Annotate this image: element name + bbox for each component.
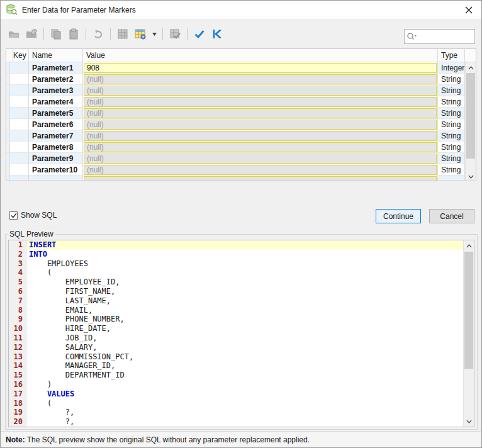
line-number: 10 (9, 324, 26, 333)
dropdown-caret-icon[interactable] (150, 26, 159, 42)
value-cell[interactable]: (null) (84, 86, 437, 96)
scroll-up-icon[interactable] (466, 62, 476, 73)
scroll-up-icon[interactable] (464, 240, 474, 251)
title-bar: Enter Data for Parameter Markers (1, 1, 481, 20)
name-cell: Parameter3 (29, 85, 83, 96)
key-cell (10, 142, 29, 153)
line-number: 17 (9, 389, 26, 399)
paste-icon (65, 26, 82, 42)
line-number: 4 (9, 268, 26, 277)
line-text: FIRST_NAME, (26, 287, 463, 296)
toolbar-separator (187, 28, 188, 40)
line-number: 18 (9, 399, 26, 408)
sql-vertical-scrollbar[interactable] (463, 240, 474, 427)
type-cell: String (438, 153, 465, 164)
value-cell-wrap: (null) (83, 96, 438, 108)
sql-preview-group: SQL Preview 1 INSERT 2 INTO 3 EMPLOYEES … (5, 234, 478, 430)
line-text: EMAIL, (26, 306, 463, 315)
name-cell: Parameter6 (29, 119, 83, 130)
key-cell (10, 74, 29, 85)
param-rows: Parameter1 908 Integer Parameter2 (null)… (6, 62, 465, 181)
line-number: 11 (9, 333, 26, 343)
line-number: 2 (9, 250, 26, 259)
type-cell: String (438, 74, 465, 85)
table-row: Parameter9 (null) String (6, 153, 465, 164)
table-row: Parameter10 (null) String (6, 164, 465, 176)
toolbar (6, 25, 225, 43)
sql-line: 15 DEPARTMENT_ID (9, 371, 463, 380)
line-number: 5 (9, 277, 26, 287)
table-row: Parameter6 (null) String (6, 119, 465, 130)
line-text: ) (26, 380, 463, 389)
value-cell[interactable]: (null) (84, 165, 437, 175)
value-cell[interactable]: (null) (84, 131, 437, 141)
sql-line: 20 ?, (9, 417, 463, 427)
continue-button[interactable]: Continue (376, 209, 421, 223)
value-cell[interactable]: (null) (84, 142, 437, 152)
value-cell-wrap: (null) (83, 153, 438, 164)
sql-line: 9 PHONE_NUMBER, (9, 315, 463, 324)
table-vertical-scrollbar[interactable] (465, 62, 476, 181)
value-cell-wrap: (null) (83, 142, 438, 153)
line-number: 12 (9, 343, 26, 352)
type-cell (438, 176, 465, 181)
show-sql-checkbox[interactable]: Show SQL (9, 211, 57, 220)
line-text: MANAGER_ID, (26, 361, 463, 371)
line-text: EMPLOYEES (26, 259, 463, 269)
cancel-button[interactable]: Cancel (429, 209, 474, 223)
checkbox-check-icon[interactable] (9, 211, 18, 220)
line-text: VALUES (26, 389, 463, 399)
value-cell[interactable]: (null) (84, 154, 437, 164)
column-header-value: Value (83, 49, 438, 62)
value-cell[interactable]: (null) (84, 97, 437, 107)
value-cell[interactable]: (null) (84, 120, 437, 130)
dialog-title: Enter Data for Parameter Markers (22, 6, 136, 14)
table-row: Parameter8 (null) String (6, 142, 465, 153)
table-scrollbar-thumb[interactable] (466, 73, 475, 159)
sql-code-area: 1 INSERT 2 INTO 3 EMPLOYEES 4 ( 5 EMPLOY… (9, 240, 463, 427)
line-number: 20 (9, 417, 26, 427)
search-box[interactable] (404, 29, 475, 44)
sql-line: 11 JOB_ID, (9, 333, 463, 343)
sql-scrollbar-thumb[interactable] (464, 252, 473, 369)
sql-editor: 1 INSERT 2 INTO 3 EMPLOYEES 4 ( 5 EMPLOY… (8, 240, 474, 427)
table-row: Parameter7 (null) String (6, 130, 465, 142)
line-text: COMMISSION_PCT, (26, 352, 463, 362)
key-cell (10, 176, 29, 181)
search-input[interactable] (417, 32, 473, 41)
value-cell[interactable]: 908 (84, 63, 437, 73)
line-number: 6 (9, 287, 26, 296)
key-cell (10, 108, 29, 119)
scroll-down-icon[interactable] (464, 416, 474, 427)
sql-line: 16 ) (9, 380, 463, 389)
name-cell: Parameter1 (29, 62, 83, 74)
name-cell: Parameter8 (29, 142, 83, 153)
value-cell-wrap: (null) (83, 130, 438, 142)
apply-check-icon[interactable] (191, 26, 208, 42)
toolbar-separator (162, 28, 163, 40)
sql-line: 3 EMPLOYEES (9, 259, 463, 269)
generate-data-grid-icon[interactable] (132, 26, 149, 42)
line-text: SALARY, (26, 343, 463, 352)
value-cell[interactable]: (null) (84, 74, 437, 84)
line-text: ?, (26, 408, 463, 417)
scroll-down-icon[interactable] (466, 171, 476, 181)
line-text: INTO (26, 250, 463, 259)
sql-line: 1 INSERT (9, 240, 463, 250)
save-icon (23, 26, 40, 42)
toolbar-separator (43, 28, 44, 40)
value-cell[interactable]: (null) (84, 108, 437, 118)
name-cell: Parameter2 (29, 74, 83, 85)
value-cell-wrap: (null) (83, 74, 438, 85)
close-icon[interactable] (460, 3, 478, 18)
open-icon (6, 26, 22, 42)
sql-line: 18 ( (9, 399, 463, 408)
grid-icon (115, 26, 131, 42)
line-text: ( (26, 268, 463, 277)
sql-line: 5 EMPLOYEE_ID, (9, 277, 463, 287)
value-cell[interactable] (84, 176, 437, 181)
sql-line: 13 COMMISSION_PCT, (9, 352, 463, 362)
line-text: LAST_NAME, (26, 296, 463, 306)
first-record-icon[interactable] (209, 26, 225, 42)
type-cell: String (438, 108, 465, 119)
